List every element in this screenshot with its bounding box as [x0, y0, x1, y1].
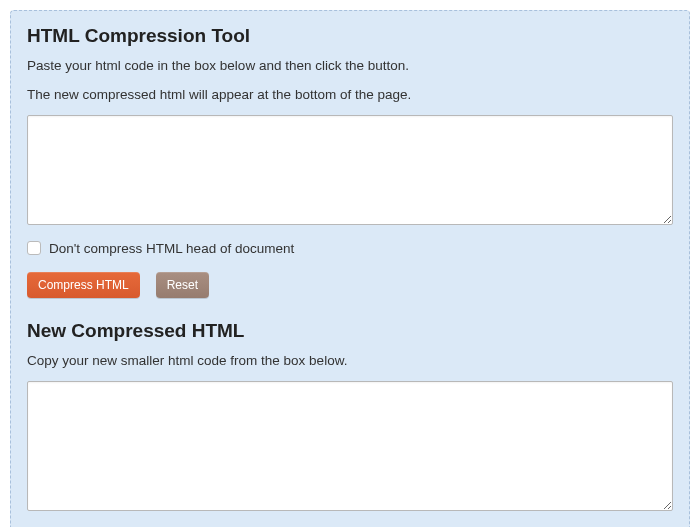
dont-compress-head-checkbox[interactable]	[27, 241, 41, 255]
output-intro: Copy your new smaller html code from the…	[27, 352, 673, 371]
html-output[interactable]	[27, 381, 673, 511]
button-row: Compress HTML Reset	[27, 272, 673, 298]
intro-text-1: Paste your html code in the box below an…	[27, 57, 673, 76]
checkbox-row: Don't compress HTML head of document	[27, 241, 673, 256]
compression-panel: HTML Compression Tool Paste your html co…	[10, 10, 690, 527]
compress-button[interactable]: Compress HTML	[27, 272, 140, 298]
page-title: HTML Compression Tool	[27, 25, 673, 47]
dont-compress-head-label[interactable]: Don't compress HTML head of document	[49, 241, 294, 256]
reset-button[interactable]: Reset	[156, 272, 209, 298]
intro-text-2: The new compressed html will appear at t…	[27, 86, 673, 105]
output-title: New Compressed HTML	[27, 320, 673, 342]
html-input[interactable]	[27, 115, 673, 225]
